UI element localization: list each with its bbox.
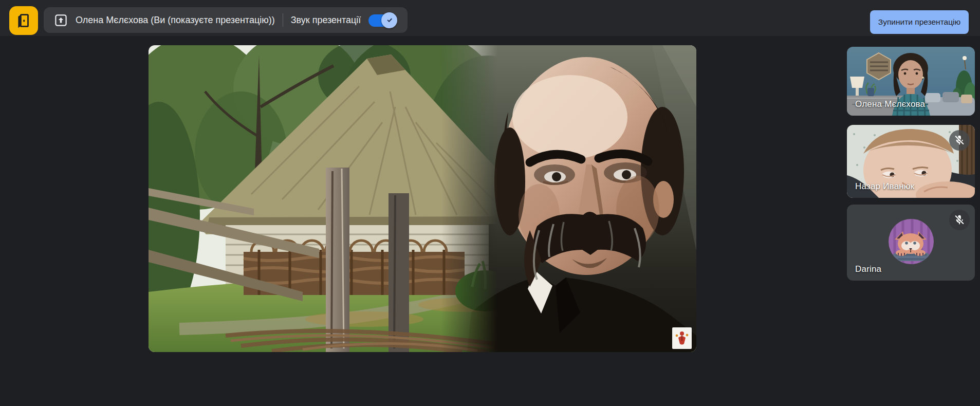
- meeting-stage: Олена Мєлєхова (Ви (показуєте презентаці…: [0, 0, 980, 406]
- presentation-sound-toggle[interactable]: [368, 12, 397, 28]
- bottom-bar: 10:17 nfq-rqxz-tek: [0, 363, 980, 406]
- fox-avatar-image: [889, 219, 934, 264]
- mic-off-icon: [954, 135, 965, 146]
- participant-name: Darina: [855, 264, 881, 274]
- participant-tile-darina[interactable]: Darina: [847, 205, 975, 281]
- door-icon: [15, 12, 32, 29]
- stop-presentation-button[interactable]: Зупинити презентацію: [870, 10, 969, 34]
- presenter-label: Олена Мєлєхова (Ви (показуєте презентаці…: [76, 15, 275, 26]
- pill-divider: [283, 13, 283, 27]
- shared-presentation-video: [149, 45, 696, 352]
- top-bar: Олена Мєлєхова (Ви (показуєте презентаці…: [0, 0, 980, 36]
- participant-name: Назар Иванюк: [855, 181, 914, 192]
- darina-avatar: [889, 219, 934, 264]
- participant-name: Олена Мєлєхова: [855, 99, 925, 109]
- participant-tile-nazar[interactable]: Назар Иванюк: [847, 125, 975, 198]
- slide-image-khata-and-shevchenko: [149, 45, 696, 352]
- muted-indicator: [949, 210, 970, 230]
- slide-watermark-logo: [672, 327, 692, 349]
- present-icon: [54, 13, 68, 27]
- extension-logo-button[interactable]: [9, 6, 38, 35]
- checkmark-icon: [385, 15, 394, 25]
- presentation-sound-label: Звук презентації: [291, 15, 361, 26]
- watermark-figure-icon: [674, 329, 690, 347]
- participant-tile-olena[interactable]: Олена Мєлєхова: [847, 47, 975, 116]
- muted-indicator: [949, 130, 970, 151]
- presenting-status-pill: Олена Мєлєхова (Ви (показуєте презентаці…: [44, 7, 408, 33]
- mic-off-icon: [954, 214, 965, 226]
- toggle-knob: [381, 12, 397, 28]
